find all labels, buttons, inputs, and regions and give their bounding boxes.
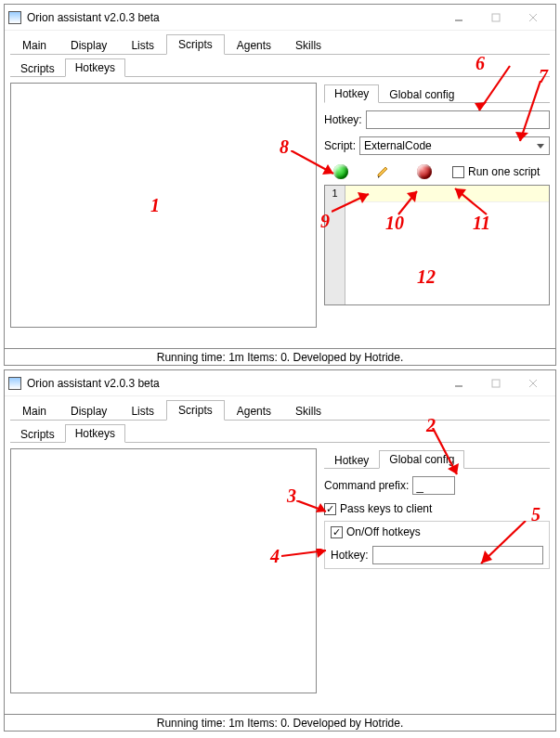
inner-tab-strip: Hotkey Global config [324,83,550,103]
client-area: Main Display Lists Scripts Agents Skills… [5,396,555,710]
window-title: Orion assistant v2.0.3 beta [27,377,440,390]
script-label: Script: [324,139,356,152]
run-one-script-checkbox[interactable] [452,166,464,178]
svg-marker-7 [475,102,487,110]
onoff-hotkeys-label: On/Off hotkeys [346,525,421,538]
pass-keys-row: Pass keys to client [324,502,550,515]
sub-tab-scripts[interactable]: Scripts [10,425,65,443]
hotkey-list-pane[interactable]: 1 [10,83,317,328]
main-tab-strip: Main Display Lists Scripts Agents Skills [10,398,550,421]
tab-main[interactable]: Main [10,35,59,55]
inner-tab-hotkey[interactable]: Hotkey [324,451,379,469]
tab-agents[interactable]: Agents [225,35,283,55]
hotkey-input[interactable] [366,110,550,129]
inner-tab-global-config[interactable]: Global config [379,450,464,469]
main-tab-strip: Main Display Lists Scripts Agents Skills [10,32,550,55]
tab-skills[interactable]: Skills [283,35,333,55]
svg-rect-19 [492,380,500,387]
sub-tab-hotkeys[interactable]: Hotkeys [65,58,125,77]
window-controls [440,7,552,28]
onoff-hotkey-label: Hotkey: [331,549,369,562]
inner-tab-strip: Hotkey Global config [324,448,550,469]
svg-marker-11 [322,164,333,175]
svg-marker-4 [378,167,387,176]
sub-tab-strip: Scripts Hotkeys [10,57,550,77]
tab-main[interactable]: Main [10,401,59,421]
minimize-button[interactable] [440,373,477,394]
close-button[interactable] [514,7,552,28]
tab-lists[interactable]: Lists [119,401,166,421]
inner-tab-global-config[interactable]: Global config [379,85,464,103]
tab-agents[interactable]: Agents [225,401,283,421]
command-prefix-label: Command prefix: [324,479,409,492]
hotkey-list-pane[interactable] [10,448,317,693]
stop-icon[interactable] [417,164,432,179]
run-one-script-label: Run one script [468,165,540,178]
sub-tab-strip: Scripts Hotkeys [10,422,550,443]
tab-lists[interactable]: Lists [119,35,166,55]
close-button[interactable] [514,373,552,394]
hotkeys-content: 1 Hotkey Global config Hotkey: Script: E… [10,83,550,343]
titlebar: Orion assistant v2.0.3 beta [5,370,555,396]
tab-skills[interactable]: Skills [283,401,333,421]
hotkey-row: Hotkey: [324,110,550,129]
tab-display[interactable]: Display [59,401,119,421]
window-2: Orion assistant v2.0.3 beta Main Display… [4,369,556,732]
maximize-button[interactable] [477,7,514,28]
pass-keys-checkbox[interactable] [324,503,336,515]
tab-scripts[interactable]: Scripts [166,34,225,55]
command-prefix-input[interactable] [412,476,455,495]
sub-tab-hotkeys[interactable]: Hotkeys [65,424,125,443]
titlebar: Orion assistant v2.0.3 beta [5,5,555,31]
inner-tab-hotkey[interactable]: Hotkey [324,84,379,103]
onoff-hotkey-row: Hotkey: [331,546,543,564]
svg-rect-1 [492,14,500,21]
pass-keys-label: Pass keys to client [340,502,432,515]
global-config-pane: Hotkey Global config Command prefix: Pas… [324,448,550,708]
action-icon-row: Run one script [333,164,550,179]
sub-tab-scripts[interactable]: Scripts [10,59,65,77]
minimize-button[interactable] [440,7,477,28]
command-prefix-row: Command prefix: [324,476,550,495]
maximize-button[interactable] [477,373,514,394]
grid-row[interactable] [345,186,549,202]
tab-display[interactable]: Display [59,35,119,55]
window-1: Orion assistant v2.0.3 beta Main Display… [4,4,556,366]
hotkeys-content: Hotkey Global config Command prefix: Pas… [10,448,550,708]
script-grid[interactable]: 1 [324,185,550,305]
onoff-hotkeys-checkbox[interactable] [331,526,343,538]
script-row: Script: ExternalCode [324,136,550,155]
status-bar: Running time: 1m Items: 0. Developed by … [5,348,555,366]
window-title: Orion assistant v2.0.3 beta [27,11,440,24]
window-controls [440,373,552,394]
app-icon [8,377,21,390]
client-area: Main Display Lists Scripts Agents Skills… [5,31,555,344]
hotkey-config-pane: Hotkey Global config Hotkey: Script: Ext… [324,83,550,343]
status-bar: Running time: 1m Items: 0. Developed by … [5,714,555,732]
onoff-hotkey-input[interactable] [372,546,543,564]
app-icon [8,11,21,24]
script-select-value: ExternalCode [364,139,432,152]
play-icon[interactable] [333,164,348,179]
hotkey-label: Hotkey: [324,113,362,126]
grid-row-header: 1 [325,186,345,304]
onoff-group: On/Off hotkeys Hotkey: [324,521,550,569]
edit-icon[interactable] [376,165,389,178]
script-select[interactable]: ExternalCode [359,136,550,155]
annotation-1: 1 [150,195,160,216]
tab-scripts[interactable]: Scripts [166,400,225,421]
grid-body[interactable] [345,186,549,304]
